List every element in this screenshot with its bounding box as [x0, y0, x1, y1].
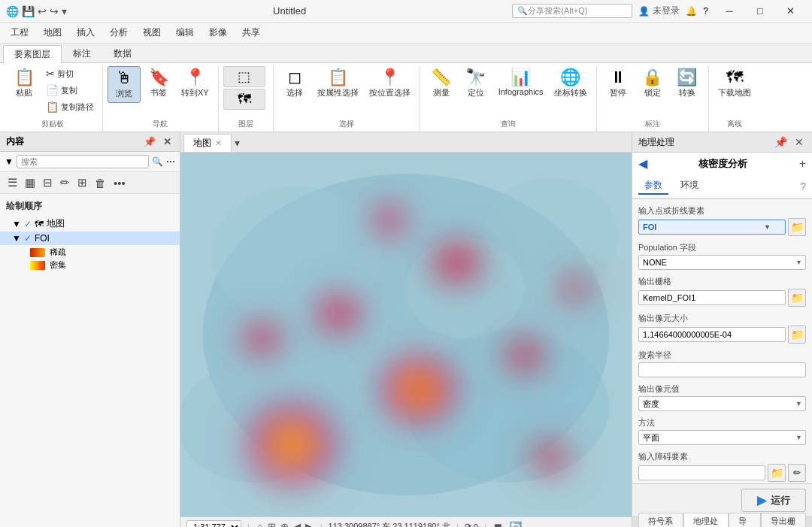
barrier-folder-btn[interactable]: 📁 — [768, 464, 786, 482]
layer-item-map[interactable]: ▼ ✓ 🗺 地图 — [0, 216, 180, 232]
sidebar-options-icon[interactable]: ⋯ — [166, 156, 175, 167]
bottom-tab-export[interactable]: 导出 — [729, 513, 761, 528]
select-loc-label: 按位置选择 — [369, 87, 411, 98]
tab-label[interactable]: 标注 — [62, 44, 102, 62]
layer-btn-1[interactable]: ⬚ — [223, 66, 265, 87]
tab-environment[interactable]: 环境 — [674, 177, 704, 195]
measure-icon: 📏 — [431, 69, 451, 86]
clipboard-items: 📋 粘贴 ✂ 剪切 📄 复制 📋 复制路径 — [8, 66, 98, 117]
download-map-button[interactable]: 🗺 下载地图 — [714, 66, 756, 101]
maximize-button[interactable]: □ — [745, 0, 775, 23]
select-by-location-button[interactable]: 📍 按位置选择 — [365, 66, 415, 101]
nav-home-icon[interactable]: ⌂ — [256, 521, 265, 527]
nav-zoom-icon[interactable]: ⊕ — [279, 521, 290, 527]
copy-path-icon: 📋 — [46, 101, 59, 113]
map-tab-dropdown[interactable]: ▾ — [235, 137, 240, 149]
sidebar-search-input[interactable] — [17, 155, 149, 168]
layer-item-foi[interactable]: ▼ ✓ FOI — [0, 232, 180, 245]
pin-icon[interactable]: 📌 — [141, 135, 158, 148]
bookmark-button[interactable]: 🔖 书签 — [142, 66, 175, 101]
output-cell-size-folder-btn[interactable]: 📁 — [788, 326, 806, 344]
map-canvas[interactable] — [180, 153, 632, 516]
output-raster-input[interactable] — [638, 290, 786, 305]
copy-button[interactable]: 📄 复制 — [42, 83, 98, 98]
tab-params[interactable]: 参数 — [638, 177, 668, 195]
title-search-box[interactable]: 🔍 分享搜索(Alt+Q) — [512, 4, 632, 18]
menu-map[interactable]: 地图 — [36, 24, 69, 41]
nav-back-icon[interactable]: ◀ — [292, 521, 302, 527]
nav-grid-icon[interactable]: ⊞ — [266, 521, 277, 527]
close-button[interactable]: ✕ — [776, 0, 806, 23]
infographics-button[interactable]: 📊 Infographics — [494, 66, 548, 99]
back-button[interactable]: ◀ — [638, 156, 647, 171]
stop-button[interactable]: ⏹ — [492, 521, 503, 528]
table-view-icon[interactable]: ▦ — [22, 174, 38, 191]
legend-color-dense — [30, 261, 45, 270]
scale-dropdown[interactable]: 1:31,777 — [186, 520, 241, 528]
menu-insert[interactable]: 插入 — [69, 24, 102, 41]
bottom-tab-geoprocessing[interactable]: 地理处理 — [683, 513, 729, 528]
nav-forward-icon[interactable]: ▶ — [304, 521, 314, 527]
map-tab[interactable]: 地图 ✕ — [183, 134, 232, 152]
menu-project[interactable]: 工程 — [3, 24, 36, 41]
list-view-icon[interactable]: ☰ — [5, 174, 20, 191]
bell-icon[interactable]: 🔔 — [686, 6, 697, 17]
goto-xy-button[interactable]: 📍 转到XY — [177, 66, 214, 101]
save-icon[interactable]: 💾 — [22, 5, 35, 17]
population-field-select[interactable]: NONE — [638, 255, 806, 270]
edit-icon[interactable]: ✏ — [57, 174, 73, 191]
help-button[interactable]: ? — [800, 180, 806, 192]
select-button[interactable]: ◻ 选择 — [278, 66, 311, 101]
paste-button[interactable]: 📋 粘贴 — [8, 66, 41, 101]
run-button[interactable]: ▶ 运行 — [741, 489, 806, 512]
tab-data[interactable]: 数据 — [102, 44, 143, 62]
input-feature-folder-btn[interactable]: 📁 — [788, 218, 806, 236]
menu-imagery[interactable]: 影像 — [201, 24, 235, 41]
select-by-attr-button[interactable]: 📋 按属性选择 — [313, 66, 363, 101]
add-icon[interactable]: + — [799, 157, 806, 171]
output-cell-size-input[interactable] — [638, 327, 786, 342]
output-values-select[interactable]: 密度 — [638, 396, 806, 411]
measure-button[interactable]: 📏 测量 — [425, 66, 458, 101]
remove-icon[interactable]: 🗑 — [92, 175, 109, 191]
menu-edit[interactable]: 编辑 — [168, 24, 201, 41]
filter-icon[interactable]: ⊟ — [40, 174, 56, 191]
convert-button[interactable]: 🔄 转换 — [671, 66, 704, 101]
nav-buttons: ⌂ ⊞ ⊕ ◀ ▶ — [256, 521, 314, 527]
panel-pin-icon[interactable]: 📌 — [772, 135, 789, 149]
bottom-tab-export-raster[interactable]: 导出栅格 — [761, 513, 806, 528]
barrier-input[interactable] — [638, 465, 765, 480]
add-layer-icon[interactable]: ⊞ — [74, 174, 90, 191]
redo-icon[interactable]: ↪ — [50, 5, 59, 17]
copy-path-button[interactable]: 📋 复制路径 — [42, 99, 98, 114]
help-icon[interactable]: ? — [703, 6, 708, 17]
input-feature-input[interactable] — [638, 220, 786, 235]
layer-btn-2[interactable]: 🗺 — [223, 89, 265, 110]
bottom-tab-symbol[interactable]: 符号系统 — [638, 513, 683, 528]
menu-share[interactable]: 共享 — [235, 24, 268, 41]
menu-view[interactable]: 视图 — [135, 24, 168, 41]
more-options-icon[interactable]: ••• — [111, 175, 129, 191]
sidebar-close-icon[interactable]: ✕ — [161, 135, 174, 148]
tab-feature-layer[interactable]: 要素图层 — [3, 45, 62, 63]
refresh-button[interactable]: 🔄 — [509, 521, 522, 528]
map-tab-close[interactable]: ✕ — [215, 138, 222, 148]
barrier-edit-btn[interactable]: ✏ — [788, 464, 806, 482]
svg-point-10 — [304, 283, 372, 343]
menu-analysis[interactable]: 分析 — [102, 24, 135, 41]
cut-button[interactable]: ✂ 剪切 — [42, 66, 98, 81]
barrier-row: 📁 ✏ — [638, 464, 806, 482]
coord-convert-button[interactable]: 🌐 坐标转换 — [550, 66, 592, 101]
browse-button[interactable]: 🖱 浏览 — [108, 66, 141, 103]
search-radius-input[interactable] — [638, 362, 806, 377]
output-raster-folder-btn[interactable]: 📁 — [788, 289, 806, 307]
more-icon[interactable]: ▾ — [62, 5, 67, 17]
minimize-button[interactable]: ─ — [714, 0, 744, 23]
undo-icon[interactable]: ↩ — [38, 5, 47, 17]
lock-button[interactable]: 🔒 锁定 — [636, 66, 669, 101]
panel-close-icon[interactable]: ✕ — [792, 135, 806, 149]
pause-button[interactable]: ⏸ 暂停 — [601, 66, 635, 101]
locate-button[interactable]: 🔭 定位 — [459, 66, 492, 101]
method-select[interactable]: 平面 — [638, 430, 806, 445]
user-area[interactable]: 👤 未登录 — [638, 5, 680, 17]
